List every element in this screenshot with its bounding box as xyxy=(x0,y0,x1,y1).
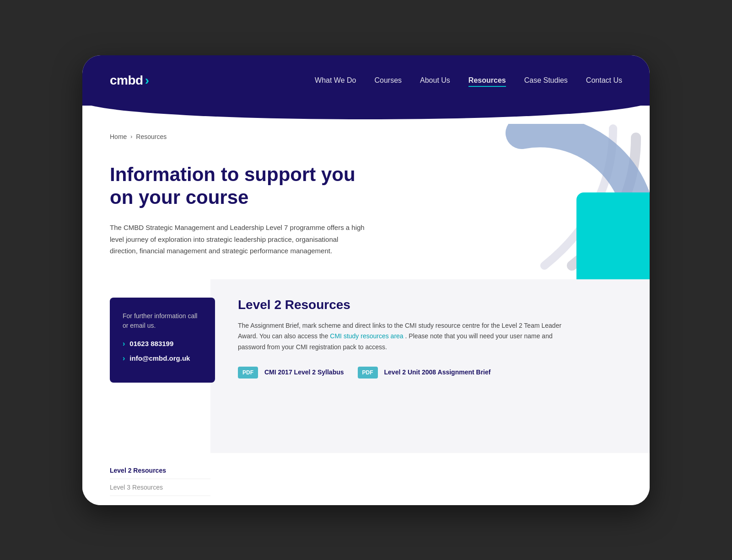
hero-title: Information to support you on your cours… xyxy=(110,163,361,209)
svg-rect-0 xyxy=(576,192,650,279)
pdf-items: PDF CMI 2017 Level 2 Syllabus PDF Level … xyxy=(238,367,622,379)
decoration-svg xyxy=(430,124,650,279)
logo-text: cmbd xyxy=(110,73,143,88)
navbar: cmbd › What We Do Courses About Us Resou… xyxy=(82,55,650,106)
nav-item-case-studies[interactable]: Case Studies xyxy=(524,76,568,85)
info-card-text: For further information call or email us… xyxy=(123,311,202,331)
nav-item-about-us[interactable]: About Us xyxy=(420,76,450,85)
phone-arrow-icon: › xyxy=(123,340,125,348)
pdf-label-1: CMI 2017 Level 2 Syllabus xyxy=(264,368,344,377)
pdf-label-2: Level 2 Unit 2008 Assignment Brief xyxy=(384,368,491,377)
nav-item-courses[interactable]: Courses xyxy=(374,76,402,85)
logo-arrow: › xyxy=(145,73,149,88)
pdf-badge-2: PDF xyxy=(358,367,378,379)
email-item[interactable]: › info@cmbd.org.uk xyxy=(123,354,202,363)
cmi-link[interactable]: CMI study resources area xyxy=(330,332,403,340)
resources-description: The Assignment Brief, mark scheme and di… xyxy=(238,320,567,353)
info-card: For further information call or email us… xyxy=(110,298,215,383)
pdf-item-2[interactable]: PDF Level 2 Unit 2008 Assignment Brief xyxy=(358,367,491,379)
nav-item-what-we-do[interactable]: What We Do xyxy=(315,76,356,85)
sidebar-nav-level3[interactable]: Level 3 Resources xyxy=(110,479,210,496)
breadcrumb-current: Resources xyxy=(136,133,167,140)
sidebar-card-wrapper: For further information call or email us… xyxy=(82,279,210,453)
phone-item[interactable]: › 01623 883199 xyxy=(123,340,202,348)
sidebar-nav-wrapper: Level 2 Resources Level 3 Resources xyxy=(82,453,210,505)
resources-content: Level 2 Resources The Assignment Brief, … xyxy=(210,279,650,453)
nav-links: What We Do Courses About Us Resources Ca… xyxy=(315,76,622,85)
email-arrow-icon: › xyxy=(123,354,125,363)
nav-item-contact-us[interactable]: Contact Us xyxy=(586,76,622,85)
pdf-item-1[interactable]: PDF CMI 2017 Level 2 Syllabus xyxy=(238,367,344,379)
main-content: Home › Resources Information to support … xyxy=(82,106,650,505)
hero-section: Home › Resources Information to support … xyxy=(82,106,650,279)
breadcrumb-separator: › xyxy=(130,133,132,140)
sidebar-nav-level2[interactable]: Level 2 Resources xyxy=(110,462,210,479)
logo[interactable]: cmbd › xyxy=(110,73,149,88)
hero-description: The CMBD Strategic Management and Leader… xyxy=(110,222,366,257)
device-frame: cmbd › What We Do Courses About Us Resou… xyxy=(82,55,650,505)
breadcrumb-home[interactable]: Home xyxy=(110,133,127,140)
decorative-shapes xyxy=(430,124,650,279)
bottom-section: Level 2 Resources Level 3 Resources xyxy=(82,453,650,505)
pdf-badge-1: PDF xyxy=(238,367,258,379)
nav-item-resources[interactable]: Resources xyxy=(468,76,506,85)
phone-link[interactable]: 01623 883199 xyxy=(129,340,173,347)
breadcrumb: Home › Resources xyxy=(110,133,622,140)
lower-section: For further information call or email us… xyxy=(82,279,650,453)
resources-title: Level 2 Resources xyxy=(238,298,622,312)
email-link[interactable]: info@cmbd.org.uk xyxy=(129,354,190,362)
